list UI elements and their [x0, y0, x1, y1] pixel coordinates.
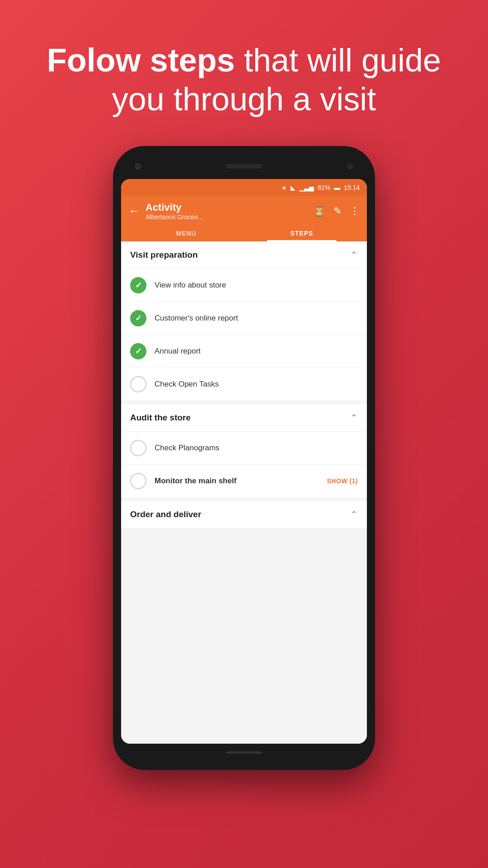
check-circle-unchecked[interactable]: [130, 473, 146, 489]
app-bar-titles: Activity Albertsons Groceri...: [145, 202, 203, 221]
chevron-up-icon: ⌃: [350, 509, 358, 520]
check-mark-icon: ✓: [135, 313, 142, 323]
item-label: Check Open Tasks: [155, 380, 358, 389]
check-circle-checked[interactable]: ✓: [130, 277, 146, 293]
front-camera-right: [347, 163, 353, 170]
section-audit-store: Audit the store ⌃ Check Planograms Monit…: [121, 404, 367, 497]
edit-icon[interactable]: ✎: [333, 205, 342, 217]
app-title: Activity: [145, 202, 203, 213]
item-label: Customer's online report: [155, 314, 358, 323]
section-order-deliver: Order and deliver ⌃: [121, 501, 367, 528]
check-circle-unchecked[interactable]: [130, 440, 146, 456]
time-text: 15:14: [344, 184, 360, 191]
tabs-bar: MENU STEPS: [128, 225, 360, 241]
phone-screen: ∗ ◣ ▁▃▅ 81% ▬ 15:14 ← Activity Albertson…: [121, 179, 367, 744]
section-visit-prep-header[interactable]: Visit preparation ⌃: [121, 241, 367, 269]
check-circle-checked[interactable]: ✓: [130, 310, 146, 326]
chevron-up-icon: ⌃: [350, 250, 358, 260]
item-label: Check Planograms: [155, 443, 358, 453]
app-bar: ← Activity Albertsons Groceri... ⏳ ✎ ⋮: [121, 196, 367, 241]
item-label: View info about store: [155, 281, 358, 290]
battery-icon: ▬: [334, 184, 340, 191]
tab-menu[interactable]: MENU: [128, 225, 244, 241]
check-circle-checked[interactable]: ✓: [130, 343, 146, 359]
section-order-header[interactable]: Order and deliver ⌃: [121, 501, 367, 528]
check-circle-unchecked[interactable]: [130, 376, 146, 392]
phone-device: ∗ ◣ ▁▃▅ 81% ▬ 15:14 ← Activity Albertson…: [113, 146, 375, 770]
phone-top-bar: [121, 154, 367, 179]
list-item[interactable]: Check Planograms: [121, 432, 367, 465]
front-camera: [135, 163, 141, 170]
app-bar-actions: ⏳ ✎ ⋮: [313, 205, 360, 217]
item-label: Annual report: [155, 347, 358, 356]
battery-text: 81%: [318, 184, 330, 191]
more-icon[interactable]: ⋮: [350, 205, 360, 217]
app-bar-left: ← Activity Albertsons Groceri...: [128, 202, 203, 221]
content-area: Visit preparation ⌃ ✓ View info about st…: [121, 241, 367, 744]
signal-icon: ▁▃▅: [299, 184, 314, 191]
app-bar-top: ← Activity Albertsons Groceri... ⏳ ✎ ⋮: [128, 202, 360, 221]
home-indicator: [226, 751, 262, 754]
back-button[interactable]: ←: [128, 204, 140, 218]
check-mark-icon: ✓: [135, 346, 142, 356]
phone-bottom: [121, 744, 367, 762]
hero-text: Folow steps that will guide you through …: [0, 0, 488, 137]
phone-container: ∗ ◣ ▁▃▅ 81% ▬ 15:14 ← Activity Albertson…: [0, 146, 488, 770]
app-subtitle: Albertsons Groceri...: [145, 213, 203, 221]
history-icon[interactable]: ⏳: [313, 205, 325, 217]
list-item[interactable]: ✓ Customer's online report: [121, 302, 367, 335]
section-visit-prep-title: Visit preparation: [130, 250, 198, 260]
check-mark-icon: ✓: [135, 280, 142, 290]
section-order-title: Order and deliver: [130, 509, 201, 519]
wifi-icon: ◣: [291, 184, 296, 191]
list-item[interactable]: ✓ View info about store: [121, 269, 367, 302]
tab-steps[interactable]: STEPS: [244, 225, 360, 241]
chevron-up-icon: ⌃: [350, 412, 358, 423]
status-bar: ∗ ◣ ▁▃▅ 81% ▬ 15:14: [121, 179, 367, 196]
section-audit-header[interactable]: Audit the store ⌃: [121, 404, 367, 432]
phone-speaker: [226, 164, 262, 169]
bluetooth-icon: ∗: [282, 184, 287, 191]
list-item[interactable]: Monitor the main shelf SHOW (1): [121, 465, 367, 497]
show-badge[interactable]: SHOW (1): [327, 477, 358, 485]
section-visit-preparation: Visit preparation ⌃ ✓ View info about st…: [121, 241, 367, 401]
list-item[interactable]: Check Open Tasks: [121, 368, 367, 401]
hero-bold: Folow steps: [47, 42, 235, 78]
section-audit-title: Audit the store: [130, 413, 191, 423]
list-item[interactable]: ✓ Annual report: [121, 335, 367, 368]
item-label-bold: Monitor the main shelf: [155, 476, 319, 486]
